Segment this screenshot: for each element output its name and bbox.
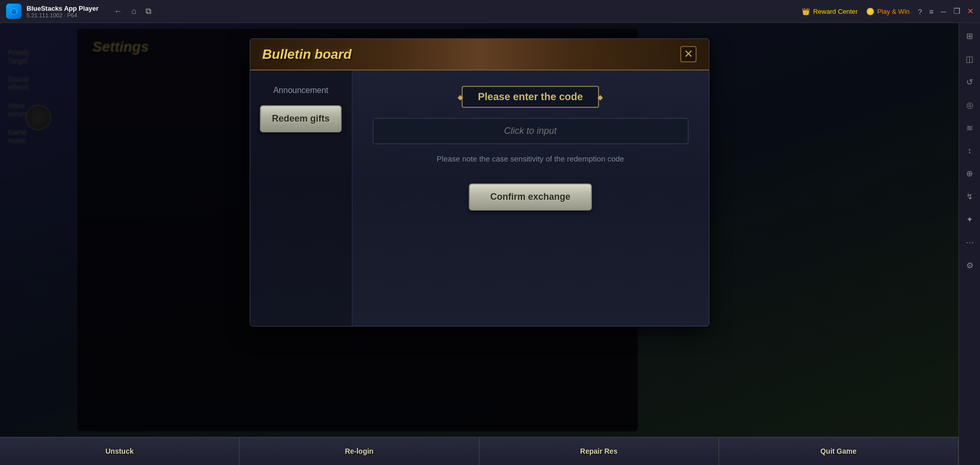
bulletin-header: Bulletin board ✕ <box>250 39 709 71</box>
close-icon[interactable]: ✕ <box>967 7 974 16</box>
topbar-left: BlueStacks App Player 5.21.111.1002 · P6… <box>6 4 802 19</box>
code-input-field[interactable] <box>373 118 688 144</box>
restore-icon[interactable]: ❐ <box>953 7 960 16</box>
menu-icon[interactable]: ≡ <box>929 7 934 16</box>
repair-button[interactable]: Repair Res <box>480 437 719 465</box>
unstuck-button[interactable]: Unstuck <box>0 437 240 465</box>
back-button[interactable]: ← <box>114 7 122 16</box>
sidebar-camera-icon[interactable]: ◎ <box>963 97 976 113</box>
sidebar-macro-icon[interactable]: ↯ <box>963 189 976 204</box>
quit-button[interactable]: Quit Game <box>719 437 959 465</box>
sidebar-layout-icon[interactable]: ◫ <box>963 51 976 67</box>
sidebar-lines-icon[interactable]: ≋ <box>963 120 976 136</box>
code-label-bg: Please enter the code <box>462 86 600 108</box>
sidebar-grid-icon[interactable]: ⊞ <box>963 28 976 44</box>
app-name: BlueStacks App Player <box>27 5 99 12</box>
relogin-button[interactable]: Re-login <box>240 437 479 465</box>
help-icon[interactable]: ? <box>918 7 922 16</box>
code-label-container: Please enter the code <box>462 86 600 108</box>
sidebar-settings-icon[interactable]: ⚙ <box>963 258 976 273</box>
redeem-gifts-button[interactable]: Redeem gifts <box>260 105 342 132</box>
sidebar-star-icon[interactable]: ✦ <box>963 212 976 227</box>
bulletin-sidebar: Announcement Redeem gifts <box>250 71 352 326</box>
sidebar-rotate-icon[interactable]: ↺ <box>963 74 976 90</box>
sidebar-add-icon[interactable]: ⊕ <box>963 166 976 181</box>
home-button[interactable]: ⌂ <box>131 7 136 16</box>
topbar-icons: ? ≡ ─ ❐ ✕ <box>918 7 974 16</box>
play-win-button[interactable]: 🪙 Play & Win <box>866 8 910 15</box>
reward-center-label: Reward Center <box>813 8 857 15</box>
topbar-right: 👑 Reward Center 🪙 Play & Win ? ≡ ─ ❐ ✕ <box>802 7 974 16</box>
bulletin-modal: Bulletin board ✕ Announcement Redeem gif… <box>250 38 709 327</box>
tabs-button[interactable]: ⧉ <box>146 7 151 16</box>
bulletin-content: Please enter the code Please note the ca… <box>352 71 709 326</box>
crown-icon: 👑 <box>802 8 810 15</box>
app-version: 5.21.111.1002 · P64 <box>27 12 99 18</box>
code-hint: Please note the case sensitivity of the … <box>437 154 624 163</box>
bulletin-title: Bulletin board <box>262 46 352 62</box>
reward-center-button[interactable]: 👑 Reward Center <box>802 8 857 15</box>
right-sidebar: ⊞ ◫ ↺ ◎ ≋ ↕ ⊕ ↯ ✦ ⋯ ⚙ <box>959 23 980 465</box>
confirm-exchange-button[interactable]: Confirm exchange <box>469 183 592 211</box>
sidebar-resize-icon[interactable]: ↕ <box>965 143 975 158</box>
bottom-bar: Unstuck Re-login Repair Res Quit Game <box>0 437 959 465</box>
modal-overlay: Bulletin board ✕ Announcement Redeem gif… <box>0 23 959 437</box>
topbar: BlueStacks App Player 5.21.111.1002 · P6… <box>0 0 980 23</box>
announcement-tab[interactable]: Announcement <box>250 81 352 100</box>
coin-icon: 🪙 <box>866 8 874 15</box>
bulletin-close-button[interactable]: ✕ <box>680 46 697 62</box>
sidebar-more-icon[interactable]: ⋯ <box>963 235 977 250</box>
bluestacks-logo <box>6 4 21 19</box>
minimize-icon[interactable]: ─ <box>941 7 946 16</box>
play-win-label: Play & Win <box>877 8 910 15</box>
bulletin-body: Announcement Redeem gifts Please enter t… <box>250 71 709 326</box>
code-label-text: Please enter the code <box>478 91 583 102</box>
topbar-nav: ← ⌂ ⧉ <box>114 7 151 16</box>
